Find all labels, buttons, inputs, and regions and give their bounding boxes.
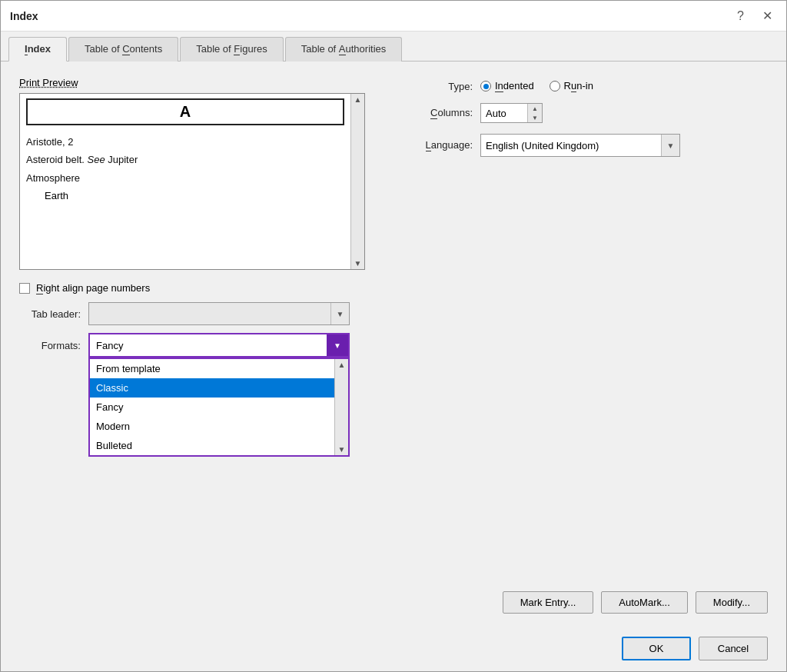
dialog-footer: OK Cancel: [1, 629, 786, 671]
dropdown-item-fancy[interactable]: Fancy: [90, 398, 334, 417]
tab-leader-select[interactable]: [89, 305, 330, 323]
formats-row: Formats: Fancy ▼ From template Classic F…: [19, 333, 768, 358]
dialog-title: Index: [10, 10, 38, 22]
title-bar: Index ? ✕: [1, 1, 786, 32]
formats-select-wrapper[interactable]: Fancy ▼: [88, 333, 350, 358]
tab-tof[interactable]: Table of Figures: [180, 37, 284, 62]
tab-toa-label: Table of Authorities: [301, 43, 387, 55]
dropdown-item-classic[interactable]: Classic: [90, 378, 334, 398]
right-align-checkbox[interactable]: [19, 283, 30, 294]
preview-entry-atmosphere: Atmosphere: [26, 169, 344, 187]
tab-tof-label: Table of Figures: [196, 43, 267, 55]
preview-entry-aristotle: Aristotle, 2: [26, 133, 344, 151]
language-select-arrow[interactable]: ▼: [661, 135, 679, 156]
tab-leader-label: Tab leader:: [19, 308, 81, 320]
language-label: Language:: [411, 139, 473, 151]
tab-toc[interactable]: Table of Contents: [68, 37, 178, 62]
right-align-label: Right align page numbers: [36, 282, 150, 294]
top-section: Print Preview A Aristotle, 2 Asteroid be…: [19, 77, 768, 270]
dropdown-item-from-template[interactable]: From template: [90, 359, 334, 378]
dropdown-item-modern[interactable]: Modern: [90, 417, 334, 436]
lower-section: Right align page numbers Tab leader: ▼ F…: [19, 282, 768, 556]
ok-button[interactable]: OK: [622, 637, 691, 660]
type-indented-option[interactable]: Indented: [480, 80, 534, 92]
tab-toa[interactable]: Table of Authorities: [285, 37, 403, 62]
columns-spin-up[interactable]: ▲: [528, 104, 542, 113]
preview-label: Print Preview: [19, 77, 388, 88]
columns-spin-buttons[interactable]: ▲ ▼: [527, 104, 542, 122]
columns-input-wrapper[interactable]: ▲ ▼: [480, 103, 543, 123]
tab-leader-row: Tab leader: ▼: [19, 302, 768, 325]
language-select[interactable]: English (United Kingdom): [481, 137, 661, 155]
right-section: Type: Indented Run-in Columns:: [411, 77, 768, 270]
language-row: Language: English (United Kingdom) ▼: [411, 134, 768, 157]
tab-index[interactable]: Index: [8, 37, 67, 62]
formats-current-value: Fancy: [90, 337, 327, 354]
right-align-row: Right align page numbers: [19, 282, 768, 294]
close-button[interactable]: ✕: [758, 7, 777, 25]
type-runin-radio[interactable]: [550, 81, 560, 91]
preview-header: A: [26, 98, 344, 125]
tab-leader-select-wrapper[interactable]: ▼: [88, 302, 350, 325]
modify-button[interactable]: Modify...: [696, 591, 768, 614]
preview-box-wrapper: A Aristotle, 2 Asteroid belt. See Jupite…: [19, 93, 388, 270]
preview-box: A Aristotle, 2 Asteroid belt. See Jupite…: [19, 93, 365, 270]
scroll-up-arrow[interactable]: ▲: [354, 95, 362, 104]
formats-dropdown-arrow[interactable]: ▼: [327, 334, 348, 356]
cancel-button[interactable]: Cancel: [699, 637, 768, 660]
preview-section: Print Preview A Aristotle, 2 Asteroid be…: [19, 77, 388, 270]
preview-content: A Aristotle, 2 Asteroid belt. See Jupite…: [20, 94, 350, 210]
tab-index-label: Index: [25, 43, 51, 55]
type-indented-radio[interactable]: [480, 81, 491, 91]
formats-label: Formats:: [19, 340, 81, 351]
dropdown-scrollbar[interactable]: ▲ ▼: [334, 359, 348, 455]
preview-scrollbar[interactable]: ▲ ▼: [350, 94, 364, 269]
tab-leader-arrow[interactable]: ▼: [330, 303, 349, 324]
language-select-wrapper[interactable]: English (United Kingdom) ▼: [480, 134, 680, 157]
mark-entry-button[interactable]: Mark Entry...: [503, 591, 594, 614]
type-runin-option[interactable]: Run-in: [550, 80, 593, 92]
type-indented-label: Indented: [495, 80, 534, 92]
dialog-body: Print Preview A Aristotle, 2 Asteroid be…: [1, 62, 786, 629]
scroll-down-arrow[interactable]: ▼: [354, 259, 362, 268]
columns-input[interactable]: [481, 105, 527, 121]
type-runin-label: Run-in: [564, 80, 593, 92]
columns-label: Columns:: [411, 107, 473, 119]
type-row: Type: Indented Run-in: [411, 80, 768, 92]
automark-button[interactable]: AutoMark...: [601, 591, 687, 614]
ok-cancel-row: OK Cancel: [622, 637, 768, 660]
columns-row: Columns: ▲ ▼: [411, 103, 768, 123]
tab-toc-label: Table of Contents: [85, 43, 162, 55]
tabs-bar: Index Table of Contents Table of Figures…: [1, 32, 786, 62]
dropdown-scroll-down[interactable]: ▼: [338, 445, 346, 454]
help-button[interactable]: ?: [732, 8, 749, 25]
formats-dropdown-list: From template Classic Fancy Modern Bulle…: [88, 358, 350, 457]
formats-dropdown-container: Fancy ▼ From template Classic Fancy Mode…: [88, 333, 350, 358]
columns-spin-down[interactable]: ▼: [528, 113, 542, 122]
type-radio-group: Indented Run-in: [480, 80, 593, 92]
type-label: Type:: [411, 81, 473, 92]
index-dialog: Index ? ✕ Index Table of Contents Table …: [0, 0, 787, 672]
preview-entry-earth: Earth: [26, 187, 344, 205]
dropdown-scroll-up[interactable]: ▲: [338, 361, 346, 369]
title-bar-controls: ? ✕: [732, 7, 777, 25]
preview-entry-asteroid: Asteroid belt. See Jupiter: [26, 151, 344, 168]
dropdown-item-bulleted[interactable]: Bulleted: [90, 436, 334, 455]
